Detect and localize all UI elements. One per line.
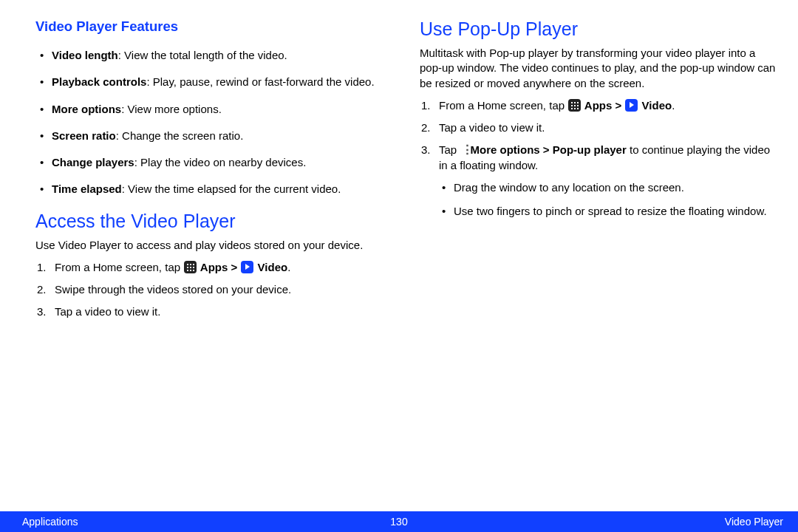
- feature-item: Screen ratio: Change the screen ratio.: [35, 129, 392, 143]
- access-steps: From a Home screen, tap Apps > Video. Sw…: [35, 260, 392, 320]
- feature-item: More options: View more options.: [35, 102, 392, 117]
- features-heading: Video Player Features: [35, 18, 392, 35]
- popup-intro: Multitask with Pop-up player by transfor…: [420, 46, 776, 91]
- popup-sub-bullets: Drag the window to any location on the s…: [437, 180, 776, 219]
- step-item: Tap More options > Pop-up player to cont…: [420, 143, 776, 219]
- step-item: From a Home screen, tap Apps > Video.: [420, 98, 776, 113]
- footer-left: Applications: [22, 516, 78, 528]
- feature-item: Video length: View the total length of t…: [35, 48, 392, 63]
- right-column: Use Pop-Up Player Multitask with Pop-up …: [420, 18, 776, 510]
- popup-heading: Use Pop-Up Player: [420, 18, 776, 40]
- sub-bullet: Use two fingers to pinch or spread to re…: [437, 204, 776, 219]
- footer-bar: Applications 130 Video Player: [0, 511, 798, 532]
- step-item: Tap a video to view it.: [35, 304, 392, 319]
- step-item: From a Home screen, tap Apps > Video.: [35, 260, 392, 275]
- page-number: 130: [390, 516, 407, 528]
- feature-item: Change players: Play the video on nearby…: [35, 155, 392, 170]
- footer-right: Video Player: [725, 516, 783, 528]
- feature-item: Time elapsed: View the time elapsed for …: [35, 182, 392, 197]
- access-heading: Access the Video Player: [35, 211, 392, 232]
- features-list: Video length: View the total length of t…: [35, 48, 392, 197]
- video-icon: [241, 261, 253, 273]
- access-intro: Use Video Player to access and play vide…: [35, 238, 392, 253]
- sub-bullet: Drag the window to any location on the s…: [437, 180, 776, 195]
- step-item: Tap a video to view it.: [420, 120, 776, 135]
- page-content: Video Player Features Video length: View…: [0, 0, 798, 510]
- step-item: Swipe through the videos stored on your …: [35, 282, 392, 297]
- apps-icon: [568, 99, 581, 112]
- left-column: Video Player Features Video length: View…: [35, 18, 392, 510]
- apps-icon: [184, 261, 197, 273]
- more-options-icon: [460, 143, 466, 156]
- video-icon: [625, 99, 638, 112]
- feature-item: Playback controls: Play, pause, rewind o…: [35, 75, 392, 89]
- popup-steps: From a Home screen, tap Apps > Video. Ta…: [420, 98, 776, 219]
